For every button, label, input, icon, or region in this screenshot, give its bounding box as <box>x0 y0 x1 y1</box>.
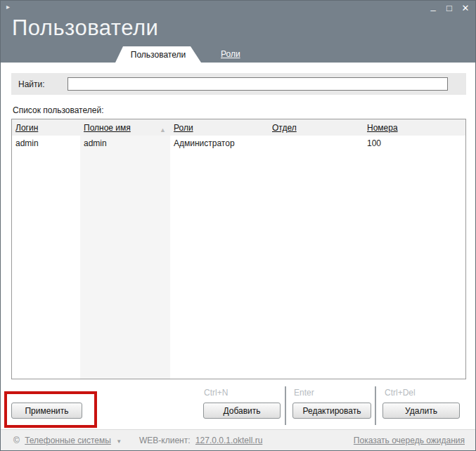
column-header-department-label: Отдел <box>272 123 297 133</box>
window-header: ▸ _ □ ✕ Пользователи Пользователи Роли <box>1 1 475 63</box>
search-input[interactable] <box>67 77 448 91</box>
edit-button[interactable]: Редактировать <box>292 403 371 419</box>
table-body: admin admin Администратор 100 <box>12 136 465 379</box>
page-title: Пользователи <box>12 15 158 41</box>
cell-roles: Администратор <box>170 138 269 148</box>
column-header-login-label: Логин <box>15 123 38 133</box>
company-link[interactable]: Телефонные системы <box>25 436 111 445</box>
column-header-fullname-label: Полное имя <box>84 123 131 133</box>
status-bar: © Телефонные системы ▼ WEB-клиент: 127.0… <box>1 429 475 450</box>
maximize-button[interactable]: □ <box>444 3 454 14</box>
shortcut-label-edit: Enter <box>294 388 314 398</box>
column-header-login[interactable]: Логин <box>12 123 80 133</box>
apply-button[interactable]: Применить <box>11 403 82 419</box>
search-label: Найти: <box>18 79 45 89</box>
window-controls: _ □ ✕ <box>428 3 470 14</box>
table-row[interactable]: admin admin Администратор 100 <box>12 136 465 151</box>
column-header-numbers[interactable]: Номера <box>364 123 465 133</box>
column-header-roles-label: Роли <box>174 123 193 133</box>
button-group-divider <box>285 386 286 425</box>
show-wait-queue-link[interactable]: Показать очередь ожидания <box>354 436 465 445</box>
tab-users[interactable]: Пользователи <box>115 46 201 63</box>
chevron-down-icon[interactable]: ▼ <box>116 438 122 445</box>
web-client-link[interactable]: 127.0.0.1.oktell.ru <box>195 436 262 445</box>
delete-button[interactable]: Удалить <box>382 403 460 419</box>
add-button[interactable]: Добавить <box>203 403 281 419</box>
shortcut-label-delete: Ctrl+Del <box>385 388 416 398</box>
list-caption: Список пользователей: <box>13 105 103 115</box>
column-header-roles[interactable]: Роли <box>170 123 269 133</box>
app-window: ▸ _ □ ✕ Пользователи Пользователи Роли Н… <box>0 0 476 451</box>
close-button[interactable]: ✕ <box>461 3 470 14</box>
shortcut-label-add: Ctrl+N <box>204 388 228 398</box>
cell-login: admin <box>12 138 80 148</box>
web-client-label: WEB-клиент: <box>139 436 191 445</box>
web-client-info: WEB-клиент: 127.0.0.1.oktell.ru <box>139 436 262 445</box>
cell-fullname: admin <box>80 138 170 148</box>
cell-numbers: 100 <box>364 138 465 148</box>
footer-right: Показать очередь ожидания <box>354 436 465 445</box>
collapse-triangle-icon[interactable]: ▸ <box>6 3 10 11</box>
users-table: Логин Полное имя ▲ Роли Отдел Номера adm… <box>11 119 466 379</box>
tab-roles[interactable]: Роли <box>221 49 240 59</box>
column-header-fullname[interactable]: Полное имя ▲ <box>80 123 170 133</box>
button-group-divider <box>375 386 376 425</box>
footer-left: © Телефонные системы ▼ <box>13 436 122 445</box>
column-header-numbers-label: Номера <box>367 123 398 133</box>
search-panel: Найти: <box>11 73 466 95</box>
minimize-button[interactable]: _ <box>428 3 438 14</box>
sorted-column-shade <box>80 136 170 379</box>
sort-asc-icon: ▲ <box>160 126 166 133</box>
column-header-department[interactable]: Отдел <box>269 123 364 133</box>
table-header-row: Логин Полное имя ▲ Роли Отдел Номера <box>12 119 465 136</box>
copyright-symbol: © <box>13 436 20 445</box>
